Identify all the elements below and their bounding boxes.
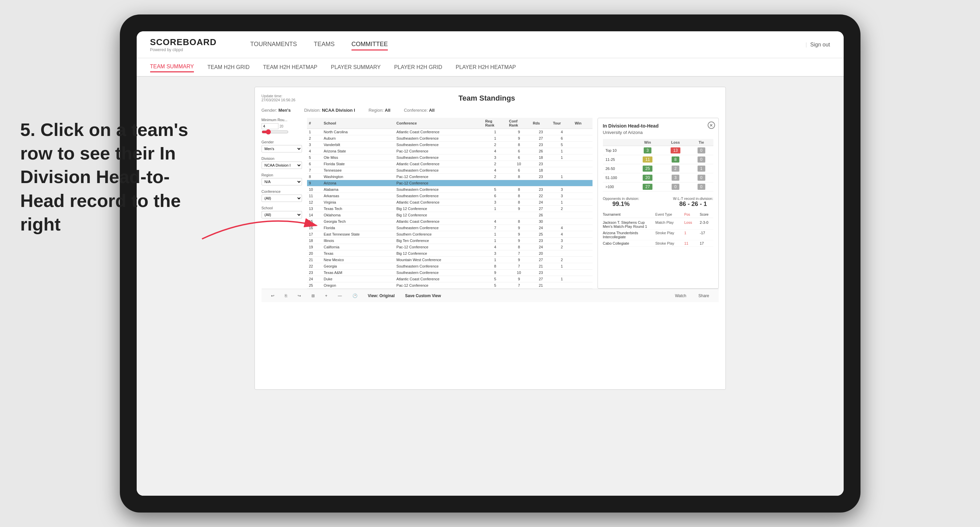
main-nav: TOURNAMENTS TEAMS COMMITTEE [250,39,388,51]
h2h-col-win: Win [633,139,662,146]
h2h-close-button[interactable]: ✕ [708,122,715,129]
h2h-row-51100[interactable]: 51-100 20 3 0 [603,173,713,183]
gender-control: Gender Men's [262,140,302,152]
h2h-title: In Division Head-to-Head [603,123,713,129]
logo-area: SCOREBOARD Powered by clippd [150,37,217,52]
conference-select[interactable]: (All) [262,195,302,202]
min-rounds-max: 20 [280,124,283,128]
table-row[interactable]: 3 Vanderbilt Southeastern Conference 2 8… [307,142,592,148]
col-school: School [322,118,395,129]
h2h-row-2650[interactable]: 26-50 25 2 1 [603,164,713,173]
t-header-name: Tournament [603,213,654,216]
filter-region: Region: All [369,108,391,113]
table-row[interactable]: 11 Arkansas Southeastern Conference 6 8 … [307,193,592,199]
table-row[interactable]: 19 California Pac-12 Conference 4 8 24 2 [307,244,592,250]
table-row[interactable]: 18 Illinois Big Ten Conference 1 9 23 3 [307,238,592,244]
nav-tournaments[interactable]: TOURNAMENTS [250,39,297,51]
sub-nav: TEAM SUMMARY TEAM H2H GRID TEAM H2H HEAT… [137,58,844,77]
table-row[interactable]: 6 Florida State Atlantic Coast Conferenc… [307,161,592,167]
min-rounds-slider[interactable] [262,129,288,135]
left-controls: Minimum Rou... 20 Gender Men's [262,118,302,289]
h2h-row-top10[interactable]: Top 10 3 13 0 [603,146,713,155]
undo-button[interactable]: ↩ [268,292,277,299]
table-row[interactable]: 12 Virginia Atlantic Coast Conference 3 … [307,199,592,206]
redo-button[interactable]: ↪ [295,292,304,299]
table-row[interactable]: 15 Georgia Tech Atlantic Coast Conferenc… [307,218,592,225]
sign-out-button[interactable]: Sign out [810,42,830,48]
tournament-row-3[interactable]: Cabo Collegiate Stroke Play 11 17 [603,240,713,247]
col-conference: Conference [395,118,484,129]
table-row[interactable]: 7 Tennessee Southeastern Conference 4 6 … [307,167,592,174]
table-row[interactable]: 2 Auburn Southeastern Conference 1 9 27 … [307,135,592,142]
subnav-team-h2h-heatmap[interactable]: TEAM H2H HEATMAP [263,63,317,72]
table-row[interactable]: 17 East Tennessee State Southern Confere… [307,231,592,238]
tournament-list: Tournament Event Type Pos Score Jackson … [603,213,713,247]
table-header-row: # School Conference RegRank ConfRank Rds… [307,118,592,129]
update-time-value: 27/03/2024 16:56:26 [262,98,296,102]
filter-division-label: Division: [304,108,320,113]
filter-conference: Conference: All [404,108,434,113]
h2h-opponents-value: 99.1% [603,200,639,208]
subnav-player-h2h-grid[interactable]: PLAYER H2H GRID [394,63,442,72]
table-row[interactable]: 23 Texas A&M Southeastern Conference 9 1… [307,270,592,276]
filter-gender-value: Men's [278,108,291,113]
grid-button[interactable]: ⊞ [309,292,317,299]
division-control-label: Division [262,157,302,160]
table-row[interactable]: 14 Oklahoma Big 12 Conference 26 [307,212,592,218]
tournament-row-1[interactable]: Jackson T. Stephens Cup Men's Match-Play… [603,219,713,230]
filter-conference-label: Conference: [404,108,428,113]
table-row[interactable]: 22 Georgia Southeastern Conference 8 7 2… [307,263,592,270]
tournament-row-2[interactable]: Arizona Thunderbirds Intercollegiate Str… [603,230,713,240]
copy-button[interactable]: ⎘ [282,292,290,299]
clock-button[interactable]: 🕐 [350,292,360,299]
subnav-team-h2h-grid[interactable]: TEAM H2H GRID [207,63,250,72]
update-time-area: Update time: 27/03/2024 16:56:26 [262,94,296,102]
table-row[interactable]: 10 Alabama Southeastern Conference 5 8 2… [307,186,592,193]
table-row[interactable]: 8 Washington Pac-12 Conference 2 8 23 1 [307,174,592,180]
nav-committee[interactable]: COMMITTEE [352,39,388,51]
watch-button[interactable]: Watch [672,292,689,299]
top-nav: SCOREBOARD Powered by clippd TOURNAMENTS… [137,31,844,58]
h2h-wlt-label: W-L-T record in-division: [673,197,713,200]
table-row[interactable]: 1 North Carolina Atlantic Coast Conferen… [307,129,592,135]
h2h-stats: Opponents in division: 99.1% W-L-T recor… [603,197,713,208]
table-row[interactable]: 13 Texas Tech Big 12 Conference 1 9 27 2 [307,206,592,212]
table-row[interactable]: 25 Oregon Pac-12 Conference 5 7 21 [307,283,592,289]
subnav-player-h2h-heatmap[interactable]: PLAYER H2H HEATMAP [455,63,516,72]
plus-button[interactable]: + [323,292,330,299]
table-row[interactable]: 21 New Mexico Mountain West Conference 1… [307,257,592,263]
region-select[interactable]: N/A [262,178,302,186]
gender-control-label: Gender [262,140,302,144]
bottom-toolbar: ↩ ⎘ ↪ ⊞ + — 🕐 View: Original Save Custom… [262,289,719,302]
table-row[interactable]: 5 Ole Miss Southeastern Conference 3 6 1… [307,154,592,161]
share-button[interactable]: Share [695,292,712,299]
minus-button[interactable]: — [335,292,345,299]
view-original-button[interactable]: View: Original [365,292,398,299]
toolbar-left: ↩ ⎘ ↪ ⊞ + — 🕐 View: Original Save Custom… [268,292,444,299]
col-win: Win [573,118,592,129]
gender-select[interactable]: Men's [262,145,302,152]
division-select[interactable]: NCAA Division I [262,162,302,169]
subnav-player-summary[interactable]: PLAYER SUMMARY [331,63,381,72]
h2h-col-rank [603,139,634,146]
table-row[interactable]: 9 Arizona Pac-12 Conference [307,180,592,186]
table-row[interactable]: 20 Texas Big 12 Conference 3 7 20 [307,250,592,257]
table-row[interactable]: 24 Duke Atlantic Coast Conference 5 9 27… [307,276,592,283]
toolbar-right: Watch Share [672,292,712,299]
save-custom-button[interactable]: Save Custom View [402,292,444,299]
region-control: Region N/A [262,173,302,186]
filter-conference-value: All [429,108,434,113]
subnav-team-summary[interactable]: TEAM SUMMARY [150,62,194,72]
col-rank: # [307,118,322,129]
filter-row: Gender: Men's Division: NCAA Division I … [262,108,719,113]
min-rounds-input[interactable] [262,123,278,129]
nav-teams[interactable]: TEAMS [314,39,335,51]
scoreboard-panel: Update time: 27/03/2024 16:56:26 Team St… [255,87,726,390]
col-rds: Rds [531,118,551,129]
table-row[interactable]: 4 Arizona State Pac-12 Conference 4 6 26… [307,148,592,154]
table-row[interactable]: 16 Florida Southeastern Conference 7 9 2… [307,225,592,231]
h2h-row-over100[interactable]: >100 27 0 0 [603,183,713,192]
conference-control: Conference (All) [262,189,302,202]
col-conf-rank: ConfRank [507,118,531,129]
h2h-row-1125[interactable]: 11-25 11 8 0 [603,155,713,164]
